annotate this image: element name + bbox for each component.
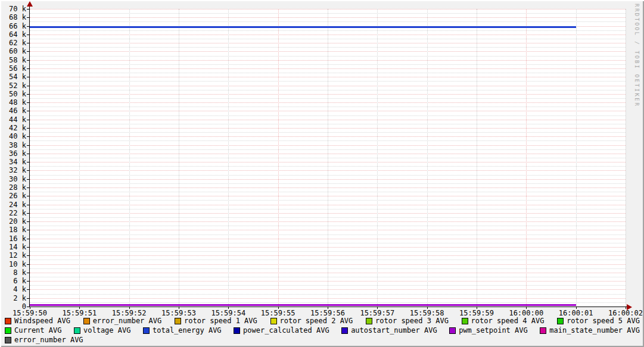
legend-color-swatch	[5, 337, 11, 343]
legend-item: total_energy AVG	[143, 326, 222, 335]
legend-item: rotor speed 5 AVG	[557, 317, 640, 325]
legend-color-swatch	[5, 327, 11, 334]
vertical-gridline	[79, 9, 80, 307]
y-axis-tick	[27, 196, 29, 196]
series-line-1	[30, 304, 576, 306]
legend-item: Current AVG	[5, 326, 61, 335]
vertical-gridline	[328, 9, 328, 307]
y-axis-tick-label: 36 k	[0, 150, 26, 157]
y-axis-tick-label: 62 k	[0, 39, 26, 46]
x-axis-tick-label: 15:59:51	[58, 310, 100, 317]
vertical-gridline	[278, 9, 279, 307]
y-axis-tick	[27, 307, 29, 307]
y-axis-tick	[27, 77, 29, 77]
y-axis-tick	[27, 205, 29, 205]
x-axis-tick	[427, 307, 428, 309]
y-axis-tick	[27, 239, 29, 239]
legend-item: Windspeed AVG	[5, 317, 70, 325]
legend-row: error_number AVG	[5, 335, 640, 345]
legend-item: rotor speed 1 AVG	[175, 317, 257, 325]
y-axis-tick-label: 20 k	[0, 218, 26, 225]
x-axis-tick-label: 15:59:53	[158, 310, 200, 317]
y-axis-tick-label: 6 k	[0, 277, 26, 285]
rrdtool-graph: RRDTOOL / TOBI OETIKER Windspeed AVGerro…	[0, 0, 644, 347]
y-axis-tick-label: 18 k	[0, 226, 26, 233]
y-axis-tick-label: 10 k	[0, 261, 26, 268]
y-axis-tick	[27, 281, 29, 282]
y-axis-tick-label: 32 k	[0, 167, 26, 174]
legend-row: Current AVGvoltage AVGtotal_energy AVGpo…	[5, 326, 640, 335]
y-axis-tick	[27, 68, 29, 69]
y-axis-tick-label: 60 k	[0, 48, 26, 55]
y-axis-tick-label: 30 k	[0, 176, 26, 183]
y-axis-tick	[27, 136, 29, 137]
legend-color-swatch	[462, 318, 468, 324]
legend-item-label: Current AVG	[14, 326, 61, 335]
x-axis-tick-label: 15:59:54	[207, 310, 249, 317]
x-axis-tick-label: 15:59:57	[356, 310, 398, 317]
x-axis-tick	[228, 307, 229, 309]
vertical-gridline	[526, 9, 527, 307]
legend-color-swatch	[175, 318, 181, 324]
legend-color-swatch	[5, 318, 11, 324]
y-axis-tick	[27, 60, 29, 61]
rrdtool-watermark: RRDTOOL / TOBI OETIKER	[634, 4, 640, 107]
y-axis-tick	[27, 35, 29, 35]
legend-item: error_number AVG	[83, 317, 162, 325]
y-axis-tick	[27, 247, 29, 248]
y-axis-tick-label: 38 k	[0, 142, 26, 149]
x-axis-tick	[526, 307, 527, 309]
legend-color-swatch	[341, 327, 348, 334]
x-axis-tick-label: 15:59:52	[108, 310, 150, 317]
y-axis-tick	[27, 230, 29, 230]
x-axis-tick	[129, 307, 130, 309]
y-axis-tick	[27, 154, 29, 154]
y-axis-line	[29, 6, 30, 307]
legend-item-label: pwm_setpoint AVG	[459, 326, 528, 335]
y-axis-tick	[27, 289, 29, 290]
x-axis-tick	[626, 307, 626, 309]
legend-color-swatch	[366, 318, 372, 324]
x-axis-tick-label: 15:59:50	[9, 310, 51, 317]
legend-item: rotor speed 4 AVG	[462, 317, 545, 325]
legend-item: power_calculated AVG	[234, 326, 329, 335]
legend-item-label: Windspeed AVG	[14, 317, 70, 325]
x-axis-tick	[377, 307, 378, 309]
y-axis-tick	[27, 94, 29, 95]
series-line-0	[30, 26, 576, 28]
legend-item: error_number AVG	[5, 336, 83, 344]
x-axis-line	[29, 307, 627, 307]
y-axis-tick	[27, 273, 29, 273]
legend-item-label: error_number AVG	[93, 317, 162, 325]
legend-item: pwm_setpoint AVG	[449, 326, 528, 335]
y-axis-tick	[27, 17, 29, 18]
legend-row: Windspeed AVGerror_number AVGrotor speed…	[5, 316, 640, 326]
x-axis-tick-label: 16:00:02	[605, 310, 644, 317]
legend-color-swatch	[234, 327, 240, 334]
legend-item-label: error_number AVG	[14, 336, 83, 344]
legend-item-label: voltage AVG	[83, 326, 130, 335]
y-axis-tick-label: 68 k	[0, 14, 26, 21]
x-axis-tick-label: 15:59:58	[406, 310, 448, 317]
legend-color-swatch	[83, 318, 90, 324]
y-axis-tick-label: 24 k	[0, 201, 26, 208]
y-axis-tick-label: 22 k	[0, 210, 26, 217]
y-axis-tick-label: 44 k	[0, 116, 26, 123]
y-axis-tick	[27, 170, 29, 171]
legend-item-label: power_calculated AVG	[243, 326, 329, 335]
y-axis-tick	[27, 162, 29, 162]
legend-item-label: rotor speed 5 AVG	[567, 317, 640, 325]
legend-color-swatch	[270, 318, 277, 324]
y-axis-tick-label: 56 k	[0, 65, 26, 72]
legend: Windspeed AVGerror_number AVGrotor speed…	[5, 316, 640, 345]
vertical-gridline	[377, 9, 378, 307]
vertical-gridline	[477, 9, 477, 307]
y-axis-tick	[27, 26, 29, 27]
y-axis-arrow-icon	[27, 1, 33, 7]
y-axis-tick-label: 40 k	[0, 133, 26, 140]
y-axis-tick	[27, 9, 29, 10]
legend-color-swatch	[74, 327, 80, 334]
y-axis-tick-label: 70 k	[0, 5, 26, 12]
y-axis-tick-label: 12 k	[0, 252, 26, 259]
y-axis-tick	[27, 145, 29, 146]
